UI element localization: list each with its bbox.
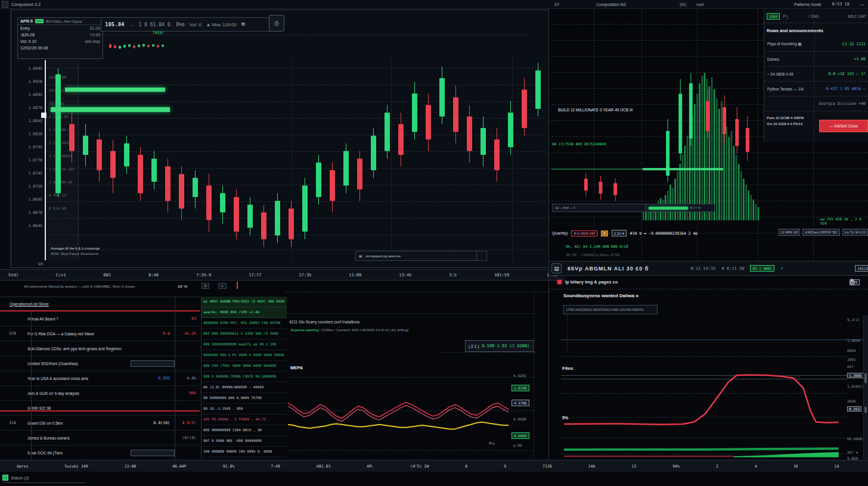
report-scrollbar[interactable]: [863, 316, 868, 459]
status-item[interactable]: Suzuki 149: [65, 464, 88, 469]
log-row[interactable]: 9099099 9799 P97. 951 25097 C99 A4799: [202, 318, 287, 329]
status-item[interactable]: 91.8%: [223, 464, 235, 469]
table-row[interactable]: Limited 9/02/Kanl (Guard/wa): [0, 356, 200, 371]
separator: —: [129, 22, 134, 27]
mini-button[interactable]: A MClient GPPOF 'BC: [802, 229, 840, 236]
scrollbar-handle[interactable]: [864, 407, 867, 413]
status-item[interactable]: 13:00: [125, 464, 137, 469]
mid-left-label: MEPA: [290, 365, 303, 370]
top-b1: P·|: [783, 14, 788, 18]
expand-icon[interactable]: ⧉: [241, 21, 245, 27]
status-item[interactable]: (4^5) 2W: [410, 464, 429, 469]
footer-control-icon-button[interactable]: [476, 251, 487, 261]
status-item[interactable]: 7:49: [271, 464, 280, 469]
table-row[interactable]: Sub-Glances CDSx: arm pps tech-grows and…: [0, 341, 200, 356]
patterns-mode-label[interactable]: Patterns mode: [794, 2, 822, 7]
footer-control[interactable]: ▤ unmapped pg assume: [355, 251, 479, 261]
log-row[interactable]: 099 599999999999 modify ok 99 1 199: [202, 339, 287, 350]
connection-status[interactable]: Statum (3): [2, 475, 86, 483]
info-row[interactable]: ~ 04 0808 4 45 0.0 +32 155 – 1*: [764, 67, 868, 82]
oscillator-chart[interactable]: [288, 382, 509, 458]
log-row[interactable]: 06 (3.9) 99999/060599 — 49459: [202, 382, 287, 393]
menu-item-composition[interactable]: Composition NZ: [596, 2, 626, 7]
row-progress-box[interactable]: [131, 360, 175, 367]
log-row[interactable]: 199 999099 99999 199 9999 9. 0999: [202, 447, 287, 457]
status-item[interactable]: 14: [835, 464, 839, 469]
document-icon: ⎙: [274, 20, 278, 27]
footer-line2: 9000. Stop-Factor Slowdowns: [51, 251, 100, 257]
mini-button[interactable]: 12 4PM 1/8: [779, 229, 800, 236]
list-icon[interactable]: ▤: [551, 263, 562, 273]
mini-candlestick-chart: [108, 38, 168, 53]
status-item[interactable]: A6.64P: [172, 464, 186, 469]
chart-footer-note: Average till the b & b crossings 9000. S…: [51, 246, 100, 257]
new-order-button[interactable]: ⎙: [269, 15, 284, 32]
status-item[interactable]: 10: [793, 464, 798, 469]
status-item[interactable]: 7120: [542, 464, 552, 469]
info-row[interactable]: Eames +1.66: [764, 52, 868, 67]
menu-item-wait[interactable]: wait: [696, 2, 703, 7]
table-row[interactable]: James & Bureau owners (6)(6): [0, 431, 200, 446]
report-axis-label: 1,5034: [847, 338, 860, 342]
log-row[interactable]: 499 C99 (T99) 4999 9099 A999 049999: [202, 361, 287, 372]
log-row[interactable]: 997 9 5999 903 -999 99999999: [202, 436, 287, 447]
status-item[interactable]: A01.03: [317, 464, 330, 469]
progress-left[interactable]: 10 – 5%! – 7: [552, 204, 646, 212]
progress-right[interactable]: 5 7 ! 9: [646, 204, 715, 212]
status-item[interactable]: 4: [755, 464, 757, 469]
log-row[interactable]: 9495999 999 5 P1 3999 % 9999 9399 49995: [202, 350, 287, 361]
row-progress-box[interactable]: [131, 450, 175, 456]
status-item[interactable]: Apres: [17, 464, 29, 469]
highlight-zone-lower: [51, 107, 170, 112]
symbol-badge: 45 ( 400): [750, 265, 774, 272]
log-row[interactable]: A95 P9.49999 . 5 T9999 — 49.75: [202, 415, 287, 425]
menu-item-at[interactable]: AT: [554, 2, 559, 7]
table-row[interactable]: Jam & GUK on 9-day analysis 9b5: [0, 386, 200, 401]
table-row[interactable]: Virtual Alt Beard ? 03: [0, 311, 200, 326]
tab-chip-5[interactable]: 5: [202, 283, 209, 289]
status-item[interactable]: 9: [504, 464, 506, 469]
table-row[interactable]: 570 For G Risk DGA — a Galaxy-red Wave 9…: [0, 326, 200, 341]
log-row[interactable]: 99 59995999 099 0.9099 75799: [202, 393, 287, 404]
status-item[interactable]: 94%: [672, 464, 680, 469]
price-axis-label: 1.0820: [13, 127, 42, 141]
table-row[interactable]: 510 Guard 030 on 0.5km 6.9(10) 4.9(3): [0, 416, 200, 431]
report-chart[interactable]: [564, 316, 847, 457]
mid-value-box[interactable]: | 2.1 | 8.599 1.92 (1 8200): [465, 340, 534, 352]
volume-chart[interactable]: [550, 36, 760, 230]
build-annotation: BUILD 12 MILLIONATE 0 YEAR-49 OCB 9!: [558, 108, 633, 112]
scrollbar-handle[interactable]: [864, 373, 867, 383]
info-row[interactable]: Georgia Division ⚘40: [764, 96, 868, 111]
table-header-cell[interactable]: Operations/List Store: [10, 302, 49, 306]
bottom-strip: Statum (3): [0, 472, 868, 486]
log-row[interactable]: we 4891 AUDNB-P99/3933 (5 094) 306-5499: [202, 297, 287, 307]
log-row[interactable]: 99 19.-1.1939 . 959: [202, 404, 287, 415]
log-row[interactable]: #93 999 599929011 5 2399 999 /5 3999: [202, 329, 287, 339]
table-row[interactable]: G 999 922 98: [0, 401, 200, 416]
info-row[interactable]: Pays of incoming ▦ C1.32 1121: [764, 37, 868, 52]
orange-chip[interactable]: 8: [601, 230, 607, 236]
price-flag-marker[interactable]: [41, 113, 46, 118]
dropdown-1-1v[interactable]: 1.1V ▾: [612, 230, 627, 236]
report-tab[interactable]: LTNF AKKONZAJ MONTONO KIRK LIN KIN KIRAT…: [563, 305, 658, 314]
log-row[interactable]: awards: 8988 894 /199 +1.4m: [202, 307, 287, 318]
left-edge-strip: [0, 10, 11, 272]
tab-chip-add[interactable]: +: [218, 283, 227, 289]
sell-close-button[interactable]: — Intl/Sell Close: [819, 120, 868, 132]
value-green: 8.599 1.92 (1 8200): [482, 344, 529, 348]
status-item[interactable]: 6: [465, 464, 467, 469]
mini-button[interactable]: my T/L W 4.13: [842, 229, 868, 236]
table-row[interactable]: 9-bar DOC-94 (Tiers: [0, 446, 200, 460]
minimize-button[interactable]: —: [860, 2, 864, 7]
log-row[interactable]: 095 999099999 1394-9813 , 30: [202, 425, 287, 436]
table-row[interactable]: Year to USA & accessed cross ams 6.593 4…: [0, 371, 200, 386]
log-row[interactable]: 0:2997 . A99093A . 377 . 4M9: [202, 457, 287, 459]
circle-icon[interactable]: [850, 279, 855, 285]
status-item[interactable]: 13: [631, 464, 636, 469]
status-item[interactable]: AM.: [367, 464, 374, 469]
log-row[interactable]: 999 9 549999 C9999 C9979 99.1099999: [202, 372, 287, 382]
price-axis-label: 1.0945: [13, 62, 42, 75]
status-item[interactable]: 2: [716, 464, 718, 469]
status-item[interactable]: 14b: [588, 464, 596, 469]
info-row[interactable]: Pytline Tenses — 1/4 0-412 1 05 4016 —: [764, 82, 868, 96]
